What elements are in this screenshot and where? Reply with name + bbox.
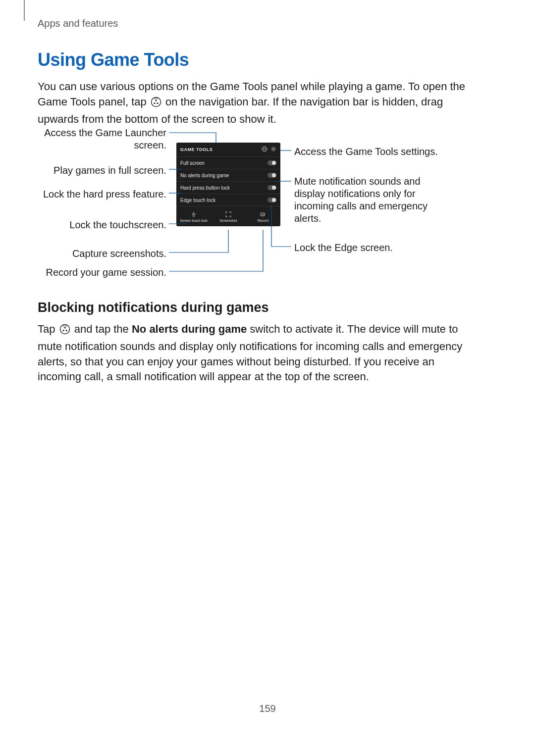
section-heading: Blocking notifications during games bbox=[38, 300, 269, 315]
svg-point-9 bbox=[60, 325, 69, 334]
blocking-text-after: and tap the bbox=[74, 323, 132, 335]
label-hard-press: Lock the hard press feature. bbox=[38, 188, 166, 201]
svg-text:REC: REC bbox=[262, 213, 266, 215]
screenshot-icon bbox=[225, 211, 232, 218]
blocking-text-before: Tap bbox=[38, 323, 58, 335]
svg-point-1 bbox=[155, 100, 157, 101]
panel-actions: Screen touch lock Screenshot REC Record bbox=[176, 206, 280, 226]
toggle-row-no-alerts[interactable]: No alerts during game bbox=[176, 169, 280, 181]
record-icon: REC bbox=[260, 211, 267, 218]
blocking-bold: No alerts during game bbox=[132, 323, 247, 335]
breadcrumb: Apps and features bbox=[38, 18, 118, 29]
svg-point-11 bbox=[62, 330, 64, 331]
svg-point-10 bbox=[64, 327, 65, 328]
svg-point-3 bbox=[157, 102, 158, 104]
label-touchscreen: Lock the touchscreen. bbox=[38, 219, 166, 231]
panel-header: GAME TOOLS bbox=[176, 143, 280, 156]
svg-point-6 bbox=[272, 148, 274, 150]
action-record[interactable]: REC Record bbox=[246, 206, 280, 226]
game-tools-icon bbox=[151, 97, 161, 112]
page-number: 159 bbox=[0, 703, 535, 714]
action-label: Record bbox=[258, 219, 269, 222]
page-edge-mark bbox=[24, 0, 25, 21]
svg-point-4 bbox=[262, 147, 267, 151]
game-tools-panel: GAME TOOLS Full screen No alerts during … bbox=[176, 143, 280, 226]
label-launcher: Access the Game Launcher screen. bbox=[38, 127, 166, 151]
game-tools-diagram: Access the Game Launcher screen. Play ga… bbox=[38, 126, 469, 284]
page-title: Using Game Tools bbox=[38, 50, 189, 70]
toggle-label-hard-press: Hard press button lock bbox=[180, 185, 230, 191]
svg-point-0 bbox=[151, 97, 160, 106]
label-settings: Access the Game Tools settings. bbox=[294, 146, 453, 158]
svg-point-12 bbox=[65, 330, 67, 331]
action-screen-touch-lock[interactable]: Screen touch lock bbox=[176, 206, 211, 226]
label-record: Record your game session. bbox=[38, 266, 166, 279]
svg-rect-5 bbox=[264, 148, 266, 150]
toggle-row-edge-touch[interactable]: Edge touch lock bbox=[176, 194, 280, 206]
action-label: Screenshot bbox=[219, 219, 237, 222]
touch-lock-icon bbox=[190, 211, 197, 218]
toggle-icon[interactable] bbox=[268, 160, 276, 165]
action-screenshot[interactable]: Screenshot bbox=[211, 206, 246, 226]
label-screenshots: Capture screenshots. bbox=[38, 248, 166, 260]
panel-title: GAME TOOLS bbox=[180, 147, 213, 152]
launcher-icon[interactable] bbox=[262, 146, 268, 153]
toggle-label-no-alerts: No alerts during game bbox=[180, 173, 229, 178]
action-label: Screen touch lock bbox=[180, 219, 208, 222]
label-full-screen: Play games in full screen. bbox=[38, 164, 166, 177]
toggle-label-edge-touch: Edge touch lock bbox=[180, 198, 215, 203]
label-mute: Mute notification sounds and display not… bbox=[294, 175, 453, 225]
intro-paragraph: You can use various options on the Game … bbox=[38, 79, 469, 127]
toggle-label-full-screen: Full screen bbox=[180, 160, 205, 166]
label-edge: Lock the Edge screen. bbox=[294, 242, 453, 254]
toggle-icon[interactable] bbox=[268, 173, 276, 178]
toggle-row-full-screen[interactable]: Full screen bbox=[176, 156, 280, 169]
svg-point-2 bbox=[154, 102, 155, 104]
toggle-icon[interactable] bbox=[268, 198, 276, 202]
game-tools-icon bbox=[59, 324, 70, 339]
toggle-icon[interactable] bbox=[268, 185, 276, 190]
blocking-paragraph: Tap and tap the No alerts during game sw… bbox=[38, 322, 469, 385]
settings-icon[interactable] bbox=[270, 146, 276, 153]
toggle-row-hard-press[interactable]: Hard press button lock bbox=[176, 181, 280, 194]
